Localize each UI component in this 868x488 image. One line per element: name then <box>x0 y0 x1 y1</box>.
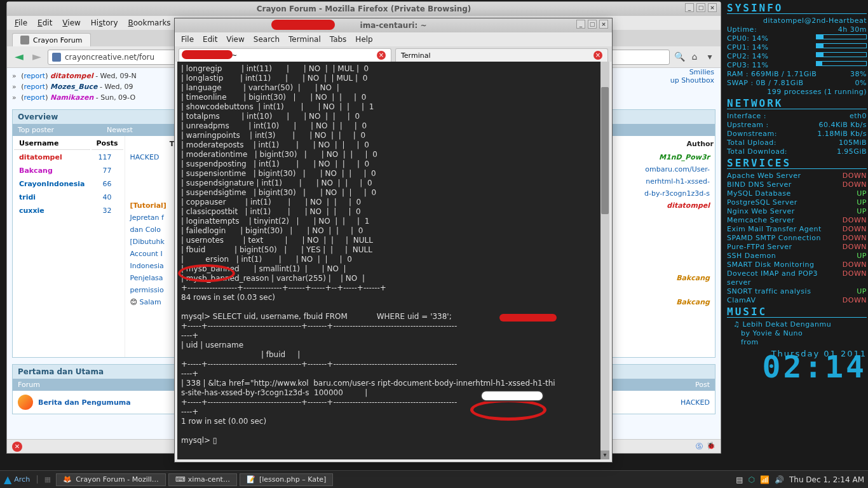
terminal-tab-2[interactable]: Terminal × <box>395 48 608 62</box>
tray-volume-icon[interactable]: 🔊 <box>775 475 784 484</box>
report-user[interactable]: Namikazen <box>50 93 93 102</box>
term-maximize-button[interactable]: □ <box>588 20 597 29</box>
terminal-body[interactable]: | longregip | int(11) | | NO | | MUL | 0… <box>177 62 609 459</box>
term-tab1-close-icon[interactable]: × <box>377 51 386 60</box>
taskbar-task[interactable]: 📝[lesson.php – Kate] <box>240 473 333 486</box>
service-name: SSH Daemon <box>727 252 776 261</box>
services-header: SERVICES <box>727 159 867 169</box>
term-menu-view[interactable]: View <box>226 35 244 44</box>
term-menu-file[interactable]: File <box>181 35 194 44</box>
menu-dropdown-icon[interactable]: ▾ <box>704 51 715 63</box>
shoutbox-link[interactable]: up Shoutbox <box>670 76 714 85</box>
home-icon[interactable]: ⌂ <box>689 51 700 63</box>
thread-salam[interactable]: Salam <box>139 298 161 306</box>
service-name: Exim Mail Transfer Agent <box>727 225 822 234</box>
menu-file[interactable]: FFileile <box>15 18 27 27</box>
author-mindpower[interactable]: M1nD_Pow3r <box>659 153 710 161</box>
terminal-scroll-down-icon[interactable]: ▾ <box>600 451 609 459</box>
firefox-titlebar[interactable]: Crayon Forum - Mozilla Firefox (Private … <box>7 2 721 16</box>
thread-penjelasan[interactable]: Penjelasa <box>130 274 163 282</box>
poster-user[interactable]: cuxxie <box>19 207 44 215</box>
term-menu-terminal[interactable]: Terminal <box>288 35 321 44</box>
menu-view[interactable]: View <box>62 18 80 27</box>
poster-user[interactable]: Bakcang <box>19 166 53 175</box>
url-favicon-icon <box>52 53 61 62</box>
service-name: Apache Web Server <box>727 172 801 180</box>
term-menu-search[interactable]: Search <box>254 35 280 44</box>
col-username: Username <box>14 137 90 150</box>
hacked-xss-cont: ombaru.com/User- <box>645 165 710 173</box>
terminal-scrollbar[interactable]: ▾ <box>600 62 609 459</box>
last-post-hacked[interactable]: HACKED <box>634 398 710 407</box>
terminal-tab-1[interactable]: ma-centauri: ~ × <box>179 48 391 62</box>
total-down-label: Total Download: <box>727 147 787 156</box>
poster-user[interactable]: CrayonIndonesia <box>19 180 85 188</box>
col-post: Post <box>634 381 710 389</box>
service-status: DOWN <box>843 216 867 225</box>
thread-hacked[interactable]: HACKED <box>130 153 159 161</box>
author-bakcang-1[interactable]: Bakcang <box>676 274 710 282</box>
swap-label: SWAP : 0B / 7.81GiB <box>727 79 803 88</box>
noscript-icon[interactable]: Ⓢ <box>696 442 703 451</box>
back-button[interactable]: ◄ <box>12 50 26 64</box>
iface-value: eth0 <box>850 112 867 121</box>
binoculars-icon[interactable]: 🔍 <box>674 51 685 63</box>
poster-user[interactable]: ditatompel <box>19 153 62 161</box>
taskbar: ▲ Arch │ ▦ 🦊Crayon Forum - Mozill…⌨xima-… <box>0 470 868 488</box>
forward-button[interactable]: ► <box>30 50 44 64</box>
term-close-button[interactable]: × <box>599 20 608 29</box>
menu-edit[interactable]: Edit <box>37 18 52 27</box>
music-artist: by Yovie & Nuno <box>741 329 803 337</box>
browser-tab[interactable]: Crayon Forum <box>12 33 91 46</box>
term-menu-help[interactable]: Help <box>355 35 372 44</box>
report-link[interactable]: report <box>24 83 46 91</box>
taskbar-task[interactable]: 🦊Crayon Forum - Mozill… <box>56 473 166 486</box>
report-user[interactable]: ditatompel <box>50 72 93 80</box>
report-link[interactable]: report <box>24 93 46 102</box>
firebug-icon[interactable]: 🐞 <box>707 442 715 451</box>
task-icon: 🦊 <box>63 475 72 484</box>
thread-jepretan[interactable]: Jepretan f <box>130 214 164 222</box>
thread-account[interactable]: Account I <box>130 250 163 258</box>
poster-count: 66 <box>92 178 123 190</box>
smilies-link[interactable]: Smilies <box>689 68 714 76</box>
author-ditatompel[interactable]: ditatompel <box>667 201 710 210</box>
col-posts: Posts <box>92 137 123 150</box>
tutorial-tag: [Tutorial] <box>130 201 166 210</box>
minimize-button[interactable]: _ <box>685 3 694 12</box>
menu-bookmarks[interactable]: Bookmarks <box>128 18 171 27</box>
term-tab2-close-icon[interactable]: × <box>593 51 602 60</box>
start-menu[interactable]: ▲ Arch <box>4 473 30 485</box>
term-minimize-button[interactable]: _ <box>576 20 585 29</box>
music-header: MUSIC <box>727 308 867 318</box>
close-button[interactable]: × <box>708 3 717 12</box>
tray-clock[interactable]: Thu Dec 1, 2:14 AM <box>789 475 864 484</box>
stop-icon[interactable]: ✕ <box>12 442 22 452</box>
service-status: DOWN <box>843 296 867 305</box>
sub-newest: Newest <box>107 126 133 134</box>
terminal-scroll-thumb[interactable] <box>601 87 609 214</box>
thread-indonesia[interactable]: Indonesia <box>130 262 164 270</box>
terminal-output: | longregip | int(11) | | NO | | MUL | 0… <box>181 64 606 445</box>
swap-value: 0% <box>855 79 867 88</box>
thread-permissio[interactable]: permissio <box>130 286 164 294</box>
tray-icon-1[interactable]: ▤ <box>736 475 743 484</box>
author-bakcang-2[interactable]: Bakcang <box>676 298 710 306</box>
music-from: from <box>741 338 759 346</box>
thread-dibutuhkan[interactable]: [Dibutuhk <box>130 238 165 246</box>
music-note-icon: ♫ <box>733 320 740 329</box>
ram-value: 38% <box>850 70 867 79</box>
cpu-label: CPU1: 14% <box>727 43 769 52</box>
report-user[interactable]: Mozes_Buce <box>50 83 98 91</box>
tray-dropbox-icon[interactable]: ⬡ <box>749 475 755 484</box>
terminal-titlebar[interactable]: ima-centauri: ~ _ □ × <box>175 18 612 32</box>
report-link[interactable]: report <box>24 72 46 80</box>
tray-network-icon[interactable]: 📶 <box>760 475 770 484</box>
poster-user[interactable]: tridi <box>19 193 36 201</box>
maximize-button[interactable]: □ <box>696 3 705 12</box>
menu-history[interactable]: History <box>91 18 118 27</box>
taskbar-task[interactable]: ⌨xima-cent… <box>168 473 237 486</box>
term-menu-edit[interactable]: Edit <box>203 35 217 44</box>
term-menu-tabs[interactable]: Tabs <box>330 35 347 44</box>
thread-colors[interactable]: dan Colo <box>130 226 161 234</box>
